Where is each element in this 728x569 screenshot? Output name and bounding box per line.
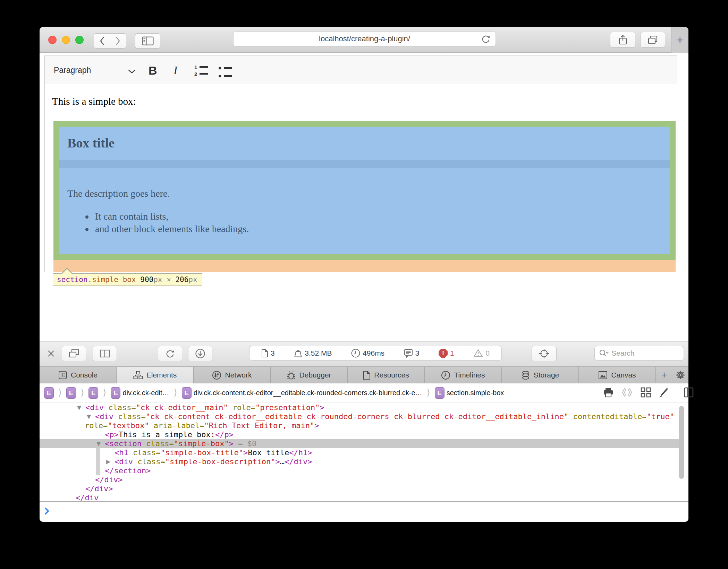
breadcrumb-item[interactable]: E [88, 387, 98, 399]
breadcrumb-item-section[interactable]: Esection.simple-box [435, 387, 504, 399]
disclosure-triangle-open[interactable]: ▼ [77, 404, 81, 411]
close-window-button[interactable] [48, 36, 57, 44]
tab-console[interactable]: ΣConsole [40, 367, 117, 383]
speech-bubble-icon [404, 349, 413, 358]
resource-count-badge[interactable]: 3 [261, 349, 275, 358]
console-prompt-icon[interactable] [44, 507, 50, 515]
storage-icon [521, 371, 530, 380]
add-devtools-tab-button[interactable]: + [656, 367, 672, 383]
details-sidebar-icon[interactable] [684, 387, 694, 398]
tab-label: Resources [374, 371, 409, 379]
warning-count-badge[interactable]: 0 [473, 349, 490, 358]
bullet-item[interactable]: It can contain lists, [95, 211, 169, 222]
disclosure-triangle-open[interactable]: ▼ [96, 440, 101, 447]
bold-button[interactable]: B [149, 64, 157, 77]
print-icon[interactable] [603, 387, 613, 398]
dom-tree-line-10[interactable]: </div> [85, 484, 113, 493]
split-view-button[interactable] [93, 346, 117, 361]
console-message-badge[interactable]: 3 [404, 349, 420, 358]
tab-label: Debugger [299, 371, 331, 379]
error-count-badge[interactable]: ! 1 [439, 349, 454, 358]
address-bar[interactable]: localhost/creating-a-plugin/ [233, 31, 496, 46]
paintbrush-icon[interactable] [659, 387, 668, 398]
italic-button[interactable]: I [173, 64, 177, 77]
share-button[interactable] [610, 32, 635, 48]
devtools-search-field[interactable]: Search [594, 346, 684, 360]
breadcrumb-item-div[interactable]: Ediv.ck.ck-edit… [111, 387, 169, 399]
dom-tree-line-7[interactable]: <div class="simple-box-description">…</d… [115, 457, 312, 466]
bullet-item[interactable]: and other block elements like headings. [95, 223, 249, 235]
close-devtools-icon[interactable] [47, 349, 55, 358]
paragraph-style-dropdown[interactable]: Paragraph [54, 66, 91, 75]
network-icon [212, 371, 221, 380]
crosshair-icon [539, 348, 550, 359]
simple-box-title[interactable]: Box title [67, 135, 115, 151]
dom-tree-scrollbar[interactable] [679, 406, 684, 479]
dom-tree-line-4[interactable]: <p>This is a simple box:</p> [105, 430, 234, 439]
load-time-badge[interactable]: 496ms [351, 349, 384, 358]
dom-tree-line-2[interactable]: <div class="ck ck-content ck-editor__edi… [95, 412, 674, 421]
separator [676, 387, 676, 398]
bulleted-list-button[interactable] [219, 66, 232, 78]
tab-storage[interactable]: Storage [502, 367, 579, 383]
dom-tree-line-3[interactable]: role="textbox" aria-label="Rich Text Edi… [85, 421, 319, 430]
resources-icon [363, 371, 371, 380]
gear-icon [676, 370, 685, 380]
tooltip-class: .simple-box [88, 275, 136, 284]
quick-console-row[interactable] [40, 501, 688, 522]
tab-canvas[interactable]: Canvas [579, 367, 656, 383]
devtools-settings-button[interactable] [672, 367, 688, 383]
chevron-right-icon: ⟩ [103, 387, 106, 398]
breadcrumb-item[interactable]: E [44, 387, 54, 399]
element-badge-icon: E [111, 387, 120, 399]
dom-tree-line-5[interactable]: <section class="simple-box"> = $0 [105, 439, 256, 448]
new-tab-button[interactable]: + [671, 27, 688, 53]
chevron-right-icon: ⟩ [81, 387, 84, 398]
zoom-window-button[interactable] [75, 36, 84, 44]
minimize-window-button[interactable] [62, 36, 70, 44]
tab-network[interactable]: Network [194, 367, 271, 383]
numbered-list-button[interactable]: 1 2 [194, 65, 208, 76]
chevron-right-icon: ⟩ [58, 387, 62, 398]
dom-tree-line-9[interactable]: </div> [95, 475, 122, 484]
sidebar-toggle-button[interactable] [135, 33, 160, 49]
tab-debugger[interactable]: Debugger [271, 367, 348, 383]
document-icon [261, 349, 268, 358]
elements-icon [133, 371, 143, 380]
grid-icon[interactable] [641, 387, 651, 398]
plus-icon: + [677, 34, 683, 46]
tab-resources[interactable]: Resources [348, 367, 425, 383]
breadcrumb-item[interactable]: E [66, 387, 76, 399]
editor-paragraph-text[interactable]: This is a simple box: [52, 96, 136, 107]
inspector-margin-highlight [53, 260, 676, 272]
dock-windows-icon [69, 349, 79, 358]
debugger-icon [287, 371, 296, 380]
chevron-down-icon[interactable] [128, 69, 136, 74]
console-icon: Σ [58, 371, 67, 380]
dom-tree-line-1[interactable]: <div class="ck ck-editor__main" role="pr… [85, 403, 324, 412]
inspector-highlight-overlap-strip [59, 160, 670, 168]
show-all-tabs-button[interactable] [640, 32, 665, 48]
tab-timelines[interactable]: Timelines [425, 367, 502, 383]
dom-tree-line-8[interactable]: </section> [105, 466, 151, 475]
breadcrumb-item-div[interactable]: Ediv.ck.ck-content.ck-editor__editable.c… [182, 387, 422, 399]
dock-side-button[interactable] [62, 346, 86, 361]
disclosure-triangle-open[interactable]: ▼ [87, 413, 91, 420]
reload-button[interactable] [158, 346, 182, 361]
forward-button[interactable] [110, 33, 126, 49]
tab-label: Elements [146, 371, 177, 379]
tab-label: Timelines [454, 371, 485, 379]
transfer-size-badge[interactable]: 3.52 MB [294, 349, 332, 358]
tab-elements[interactable]: Elements [117, 367, 194, 383]
angle-brackets-icon[interactable] [621, 387, 633, 398]
simple-box-description[interactable]: The description goes here. [67, 188, 170, 199]
download-button[interactable] [188, 346, 212, 361]
chevron-right-icon: ⟩ [174, 387, 177, 398]
dom-tree-line-6[interactable]: <h1 class="simple-box-title">Box title</… [115, 448, 312, 457]
ckeditor-toolbar [45, 56, 677, 84]
back-button[interactable] [94, 33, 110, 49]
disclosure-triangle-closed[interactable]: ▶ [106, 458, 110, 465]
element-picker-button[interactable] [532, 346, 557, 361]
tab-label: Network [225, 371, 252, 379]
reload-page-icon[interactable] [481, 34, 491, 44]
